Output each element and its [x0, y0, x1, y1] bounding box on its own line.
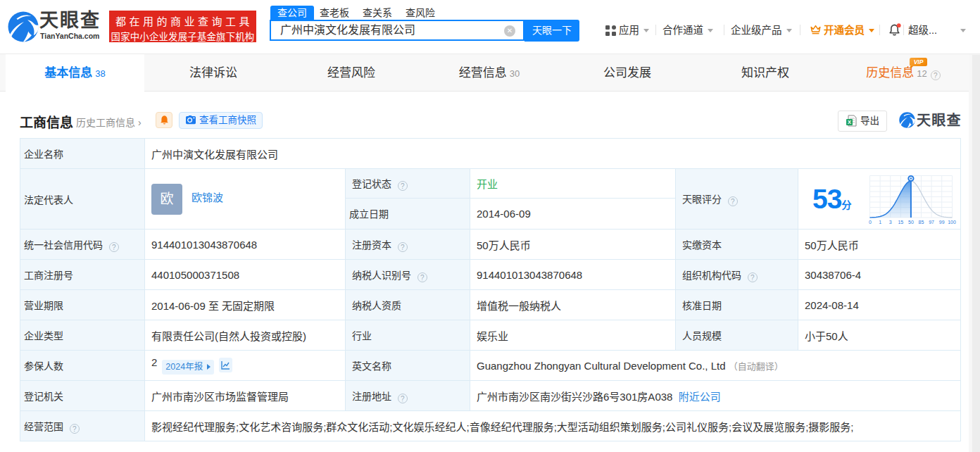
svg-text:85: 85 [919, 220, 924, 225]
svg-text:97: 97 [929, 220, 934, 225]
svg-text:15: 15 [898, 220, 903, 225]
svg-text:50: 50 [908, 220, 914, 225]
svg-text:1: 1 [879, 220, 881, 225]
svg-text:99: 99 [939, 220, 945, 225]
svg-text:100: 100 [948, 220, 956, 225]
svg-text:0: 0 [869, 220, 872, 225]
svg-text:X: X [848, 119, 851, 125]
svg-text:3: 3 [889, 220, 892, 225]
